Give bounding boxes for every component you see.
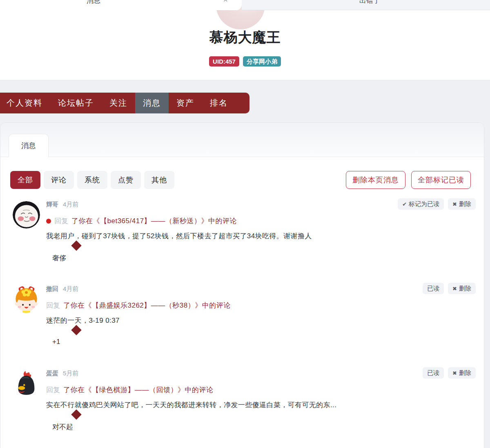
reply-verb: 回复 bbox=[46, 301, 60, 310]
nav-item-2[interactable]: 关注 bbox=[102, 93, 135, 113]
browser-tab-bar: 消息 ✕ 出错了 bbox=[0, 0, 490, 10]
message-item: 蛋蛋 5月前 已读✖删除 回复 了你在《【绿色棋游】——（回馈）》中的评论 实在… bbox=[0, 369, 484, 448]
comment-link[interactable]: 了你在《【绿色棋游】——（回馈）》中的评论 bbox=[63, 385, 214, 395]
reply-verb: 回复 bbox=[46, 385, 60, 395]
message-item: 撤回 4月前 已读✖删除 回复 了你在《【鼎盛娱乐3262】——（秒38）》中的… bbox=[0, 284, 484, 369]
quoted-comment-text: +1 bbox=[52, 338, 60, 346]
comment-link[interactable]: 了你在《【bet365/417】——（新秒送）》中的评论 bbox=[71, 216, 237, 226]
chip-label: 已读 bbox=[427, 369, 439, 377]
filter-chip-1[interactable]: 评论 bbox=[44, 171, 74, 189]
tab-error[interactable]: 出错了 bbox=[242, 0, 490, 10]
sender-avatar[interactable] bbox=[13, 286, 40, 313]
message-actions: ✔标记为已读✖删除 bbox=[398, 198, 476, 210]
filter-group: 全部评论系统点赞其他 bbox=[10, 171, 174, 189]
reply-row: 回复 了你在《【bet365/417】——（新秒送）》中的评论 bbox=[46, 216, 237, 226]
sender-name[interactable]: 蛋蛋 bbox=[46, 370, 58, 377]
quote-diamond-icon bbox=[71, 240, 81, 251]
profile-header: 慕杨大魔王 UID:457分享网小弟 bbox=[0, 10, 490, 80]
nav-item-4[interactable]: 资产 bbox=[169, 93, 202, 113]
nav-item-5[interactable]: 排名 bbox=[202, 93, 236, 113]
nav-item-0[interactable]: 个人资料 bbox=[0, 93, 50, 113]
delete-button[interactable]: ✖删除 bbox=[448, 283, 476, 294]
chip-label: 删除 bbox=[459, 369, 471, 377]
nav-item-3[interactable]: 消息 bbox=[135, 93, 169, 113]
delete-page-messages-button[interactable]: 删除本页消息 bbox=[346, 171, 405, 189]
message-head: 撤回 4月前 bbox=[46, 285, 78, 293]
message-item: 輝哥 4月前 ✔标记为已读✖删除 回复 了你在《【bet365/417】——（新… bbox=[0, 200, 484, 284]
message-time: 5月前 bbox=[63, 370, 78, 377]
delete-button[interactable]: ✖删除 bbox=[448, 367, 476, 379]
unread-dot-icon bbox=[46, 219, 51, 224]
chip-label: 删除 bbox=[459, 285, 471, 293]
username: 慕杨大魔王 bbox=[0, 28, 490, 47]
message-content: 实在不行就傻鸡巴关网站了吧，一天天的我都进来转转，净发一些傻逼白菜，可有可无的东… bbox=[46, 400, 336, 410]
uid-badge: UID:457 bbox=[209, 56, 239, 67]
filter-chip-3[interactable]: 点赞 bbox=[111, 171, 141, 189]
x-icon: ✖ bbox=[452, 201, 457, 207]
check-icon: ✔ bbox=[402, 201, 407, 207]
chip-label: 已读 bbox=[427, 285, 439, 293]
badge-row: UID:457分享网小弟 bbox=[0, 56, 490, 67]
message-content: 迷茫的一天，3-19 0:37 bbox=[46, 316, 120, 325]
quote-diamond-icon bbox=[71, 325, 81, 335]
message-actions: 已读✖删除 bbox=[423, 367, 476, 379]
chip-label: 删除 bbox=[459, 200, 471, 208]
x-icon: ✖ bbox=[452, 286, 457, 292]
read-status-badge: 已读 bbox=[423, 367, 444, 379]
mark-all-read-button[interactable]: 全部标记已读 bbox=[411, 171, 471, 189]
messages-panel: 消息 全部评论系统点赞其他 删除本页消息全部标记已读 輝哥 4月前 ✔标记为已读… bbox=[0, 122, 484, 448]
quoted-comment-text: 对不起 bbox=[52, 422, 73, 432]
x-icon: ✖ bbox=[452, 370, 457, 376]
delete-button[interactable]: ✖删除 bbox=[448, 198, 476, 210]
tab-messages[interactable]: 消息 ✕ bbox=[0, 0, 242, 10]
bulk-actions: 删除本页消息全部标记已读 bbox=[346, 171, 471, 189]
quoted-comment-text: 奢侈 bbox=[52, 253, 66, 263]
comment-link[interactable]: 了你在《【鼎盛娱乐3262】——（秒38）》中的评论 bbox=[63, 301, 231, 310]
panel-header: 消息 bbox=[0, 123, 484, 157]
read-status-badge: 已读 bbox=[423, 283, 444, 294]
sender-avatar[interactable] bbox=[13, 370, 40, 397]
nav-item-1[interactable]: 论坛帖子 bbox=[50, 93, 102, 113]
reply-verb: 回复 bbox=[54, 216, 68, 226]
tab-error-label: 出错了 bbox=[359, 0, 380, 5]
filter-chip-0[interactable]: 全部 bbox=[10, 171, 40, 189]
quote-diamond-icon bbox=[71, 409, 81, 419]
filter-chip-2[interactable]: 系统 bbox=[77, 171, 107, 189]
message-content: 我老用户，碰到了37块钱，提了52块钱，然后下楼去了超市买了34块吃得。谢谢撸人 bbox=[46, 231, 312, 241]
close-icon[interactable]: ✕ bbox=[223, 0, 228, 4]
filter-chip-4[interactable]: 其他 bbox=[144, 171, 174, 189]
message-time: 4月前 bbox=[63, 201, 78, 208]
message-toolbar: 全部评论系统点赞其他 删除本页消息全部标记已读 bbox=[10, 171, 471, 189]
profile-nav: 个人资料论坛帖子关注消息资产排名 bbox=[0, 93, 249, 113]
sender-name[interactable]: 撤回 bbox=[46, 285, 58, 293]
user-group-badge: 分享网小弟 bbox=[243, 56, 281, 67]
chip-label: 标记为已读 bbox=[409, 200, 439, 208]
reply-row: 回复 了你在《【鼎盛娱乐3262】——（秒38）》中的评论 bbox=[46, 301, 231, 310]
mark-read-button[interactable]: ✔标记为已读 bbox=[398, 198, 444, 210]
tab-messages-label: 消息 bbox=[87, 0, 100, 5]
message-head: 蛋蛋 5月前 bbox=[46, 370, 78, 377]
sender-name[interactable]: 輝哥 bbox=[46, 201, 58, 208]
sender-avatar[interactable] bbox=[13, 201, 40, 228]
message-actions: 已读✖删除 bbox=[423, 283, 476, 294]
message-time: 4月前 bbox=[63, 285, 78, 293]
panel-tab-messages[interactable]: 消息 bbox=[9, 134, 49, 157]
reply-row: 回复 了你在《【绿色棋游】——（回馈）》中的评论 bbox=[46, 385, 214, 395]
message-head: 輝哥 4月前 bbox=[46, 201, 78, 208]
